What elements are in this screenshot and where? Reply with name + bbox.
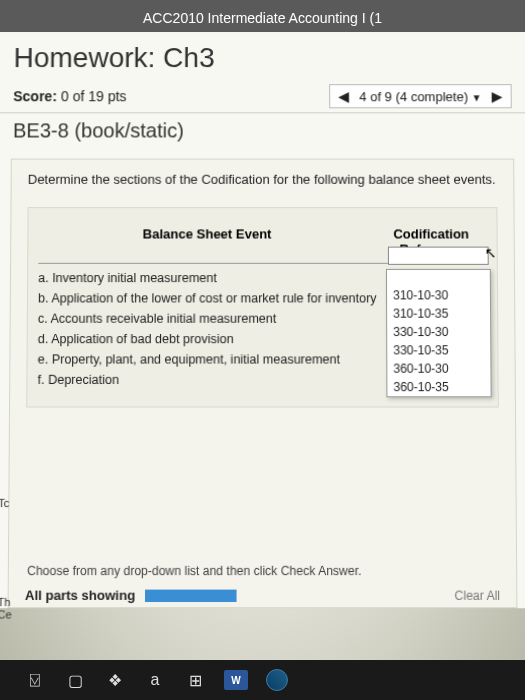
codification-dropdown[interactable]: 310-10-30 310-10-35 330-10-30 330-10-35 … (386, 269, 492, 397)
dropdown-option[interactable]: 360-10-35 (387, 378, 490, 396)
nav-position-text: 4 of 9 (4 complete) (359, 89, 468, 104)
dropdown-option[interactable]: 310-10-35 (387, 304, 490, 322)
score-value: 0 of 19 pts (61, 88, 127, 104)
instruction-text: Determine the sections of the Codificati… (28, 172, 498, 187)
next-arrow-icon[interactable]: ▶ (492, 88, 503, 104)
word-icon[interactable]: W (224, 670, 248, 690)
app-icon[interactable]: a (144, 671, 166, 689)
taskbar: ⍌ ▢ ❖ a ⊞ W (0, 660, 525, 700)
content-panel: Determine the sections of the Codificati… (8, 159, 518, 609)
score-row: Score: 0 of 19 pts ◀ 4 of 9 (4 complete)… (0, 80, 525, 113)
store-icon[interactable]: ⊞ (184, 671, 206, 690)
homework-title: Homework: Ch3 (0, 32, 525, 80)
hint-text: Choose from any drop-down list and then … (27, 564, 361, 578)
dropdown-option[interactable]: 330-10-30 (387, 323, 490, 341)
problem-id: BE3-8 (book/static) (0, 113, 525, 152)
edge-label: Tc (0, 497, 9, 509)
dropdown-option[interactable]: 310-10-30 (387, 286, 490, 304)
task-view-icon[interactable]: ▢ (64, 671, 86, 690)
edge-browser-icon[interactable] (266, 669, 288, 691)
col-ref-line1: Codification (376, 226, 487, 241)
question-panel: Balance Sheet Event Codification Referen… (26, 207, 499, 407)
dropdown-option[interactable]: 360-10-30 (387, 360, 490, 378)
clear-all-button[interactable]: Clear All (455, 588, 501, 602)
dropdown-option[interactable]: 330-10-35 (387, 341, 490, 359)
dropdown-option[interactable] (387, 270, 490, 286)
score-text: Score: 0 of 19 pts (13, 88, 126, 104)
progress-bar (145, 589, 237, 601)
footer-row: All parts showing Clear All (25, 588, 500, 604)
chevron-down-icon: ▼ (472, 92, 482, 103)
course-title: ACC2010 Intermediate Accounting I (1 (0, 0, 525, 32)
codification-input[interactable] (388, 247, 489, 265)
prev-arrow-icon[interactable]: ◀ (338, 88, 349, 104)
page-container: Homework: Ch3 Score: 0 of 19 pts ◀ 4 of … (0, 32, 525, 608)
problem-nav: ◀ 4 of 9 (4 complete) ▼ ▶ (329, 84, 512, 108)
edge-label: Th (0, 596, 11, 608)
notification-icon[interactable]: ⍌ (24, 671, 46, 689)
cursor-icon: ↖ (485, 245, 497, 261)
score-label: Score: (13, 88, 57, 104)
parts-showing-label: All parts showing (25, 588, 135, 604)
edge-label: Ce (0, 608, 12, 620)
dropbox-icon[interactable]: ❖ (104, 671, 126, 690)
nav-position[interactable]: 4 of 9 (4 complete) ▼ (359, 89, 481, 104)
col-event-header: Balance Sheet Event (38, 226, 376, 256)
